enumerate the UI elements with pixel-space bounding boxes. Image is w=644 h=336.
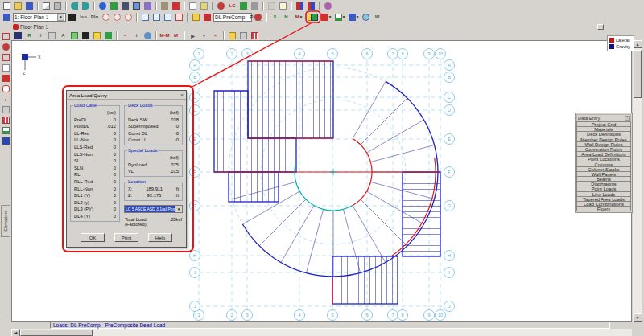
column-tool-icon[interactable] (13, 31, 23, 40)
rotate-tool-icon[interactable] (1, 43, 10, 51)
book-icon[interactable] (1, 137, 10, 145)
scroll-up-icon[interactable]: ▲ (634, 40, 642, 48)
vertical-scrollbar[interactable]: ▲ ▼ (633, 40, 642, 322)
save-icon[interactable] (24, 1, 35, 10)
data-entry-item-member-design-rules[interactable]: Member Design Rules (576, 137, 631, 142)
member-icon[interactable]: M (171, 31, 181, 40)
scroll-down-icon[interactable]: ▼ (634, 313, 642, 322)
delete-icon[interactable]: × (210, 31, 221, 40)
isometric-view-icon[interactable]: Iso (78, 12, 89, 22)
data-entry-item-area-load-definitions[interactable]: Area Load Definitions (576, 151, 631, 157)
member-member-icon[interactable]: M-M (159, 31, 170, 40)
zoom-extents-icon[interactable] (174, 12, 184, 22)
deck-green-icon[interactable] (69, 31, 80, 40)
draw-polygon-icon[interactable] (1, 84, 10, 93)
dimension-icon[interactable]: = (120, 31, 130, 40)
clear-gray-icon[interactable]: × (199, 31, 209, 40)
horizontal-scrollbar[interactable]: ◀ (11, 329, 632, 336)
node-numbers-icon[interactable]: N (281, 12, 291, 22)
panel-close-icon[interactable] (625, 116, 630, 121)
show-grid-icon[interactable] (238, 31, 249, 40)
options-icon[interactable] (323, 1, 333, 10)
view-3d-icon[interactable] (67, 12, 77, 22)
print-button[interactable]: Print (114, 233, 138, 242)
beam-line-icon[interactable]: / (35, 31, 46, 40)
chevron-down-icon[interactable]: ▾ (57, 14, 64, 21)
edit-area-icon[interactable] (92, 31, 102, 40)
data-entry-item-load-combinations[interactable]: Load Combinations (576, 201, 631, 207)
rotate-right-icon[interactable] (112, 12, 122, 22)
area-load-query-icon[interactable] (309, 12, 320, 22)
list-icon[interactable] (1, 105, 10, 114)
rule-icon[interactable]: R (24, 31, 35, 40)
globe-icon[interactable] (97, 1, 108, 10)
slab-menu-icon[interactable]: ▾ (347, 12, 360, 22)
edit-pencil-icon[interactable] (191, 12, 201, 22)
dialog-titlebar[interactable]: Area Load Query × (67, 91, 186, 100)
wind-icon[interactable]: W (372, 12, 382, 22)
frame-icon[interactable] (188, 1, 198, 10)
view-result-2-icon[interactable] (306, 1, 316, 10)
analysis-icon[interactable] (216, 1, 226, 10)
vertical-scroll-thumb[interactable] (634, 50, 642, 98)
data-entry-titlebar[interactable]: Data Entry (576, 114, 631, 121)
chevron-down-icon[interactable]: ▾ (175, 206, 182, 212)
draw-rect-icon[interactable] (1, 74, 10, 83)
data-entry-item-wall-design-rules[interactable]: Wall Design Rules (576, 141, 631, 147)
grid-delete-icon[interactable] (1, 116, 10, 125)
close-icon[interactable]: × (180, 92, 184, 98)
rotate-reset-icon[interactable] (123, 12, 134, 22)
help-button[interactable]: Help (148, 233, 172, 242)
elevation-tab[interactable]: Elevation (1, 205, 10, 237)
member-menu-icon[interactable]: M▾ (292, 12, 305, 22)
new-icon[interactable] (2, 1, 12, 10)
horizontal-scroll-thumb[interactable] (20, 330, 93, 336)
undo-icon[interactable] (69, 1, 80, 10)
child-window-titlebar[interactable]: Floor Plan 1 (11, 23, 642, 31)
surface-menu-icon[interactable]: ▾ (333, 12, 346, 22)
window-icon[interactable] (2, 12, 12, 22)
scroll-left-icon[interactable]: ◀ (11, 329, 20, 336)
window-grid-icon[interactable] (131, 1, 142, 10)
show-hide-icon[interactable] (1, 126, 10, 135)
run-icon[interactable] (238, 1, 249, 10)
gear-icon[interactable] (142, 31, 153, 40)
site-icon[interactable] (109, 1, 119, 10)
load-combination-icon[interactable]: LC (227, 1, 237, 10)
draw-slash-icon[interactable]: / (1, 95, 10, 104)
layers-icon[interactable] (142, 1, 153, 10)
redo-icon[interactable] (80, 1, 91, 10)
history-clock-icon[interactable] (361, 12, 371, 22)
annotate-icon[interactable]: A (58, 31, 68, 40)
open-icon[interactable] (13, 1, 23, 10)
green-area-icon[interactable] (103, 31, 114, 40)
view-result-1-icon[interactable] (295, 1, 305, 10)
plan-view-icon[interactable]: Pln (89, 12, 100, 22)
print-icon[interactable] (52, 1, 63, 10)
zoom-window-icon[interactable] (163, 12, 173, 22)
rotate-left-icon[interactable] (101, 12, 111, 22)
report-preview-icon[interactable] (278, 1, 288, 10)
data-entry-item-tapered-area-loads[interactable]: Tapered Area Loads (576, 196, 631, 202)
pick-arrow-icon[interactable]: ▶ (188, 31, 198, 40)
column-ibeam-icon[interactable] (120, 1, 130, 10)
delete-wall-icon[interactable] (171, 1, 181, 10)
add-window-icon[interactable] (1, 32, 10, 41)
red-grid-icon[interactable] (250, 31, 260, 40)
load-arrow-icon[interactable] (253, 12, 263, 22)
edit-grid-icon[interactable] (227, 31, 237, 40)
solid-fill-icon[interactable] (80, 31, 91, 40)
frame-tool-icon[interactable] (1, 64, 10, 72)
tools-icon[interactable] (159, 1, 170, 10)
copy-icon[interactable] (41, 1, 52, 10)
deck-menu-icon[interactable]: ▾ (320, 12, 332, 22)
ok-button[interactable]: OK (80, 233, 105, 242)
grid-square-icon[interactable] (47, 31, 57, 40)
pause-icon[interactable] (250, 1, 260, 10)
zoom-out-icon[interactable] (151, 12, 162, 22)
loads-chart-icon[interactable] (202, 12, 213, 22)
info-icon[interactable]: i (131, 31, 142, 40)
load-case-select[interactable]: DL PreComp - Pr ▾ (213, 13, 252, 22)
draw-line-icon[interactable] (1, 53, 10, 62)
floor-select[interactable]: 1: Floor Plan 1 ▾ (13, 13, 66, 22)
